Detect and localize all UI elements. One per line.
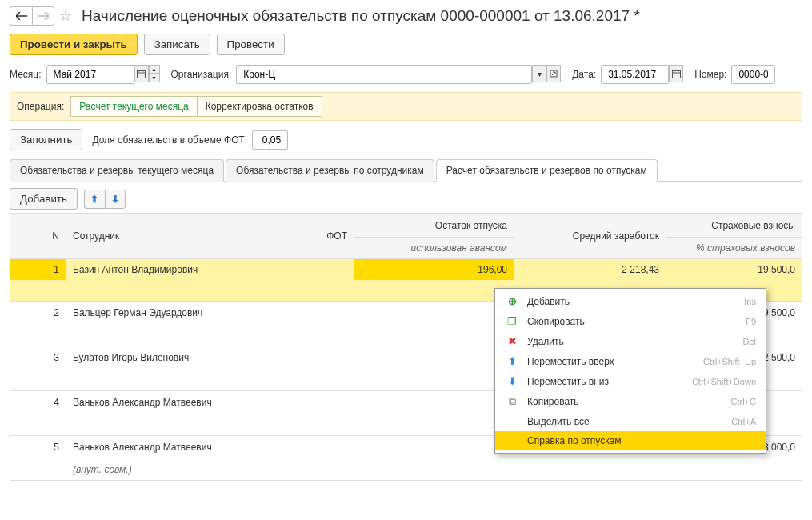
col-header-vacation-balance[interactable]: Остаток отпуска [354, 214, 514, 238]
number-input[interactable] [737, 68, 770, 81]
date-input[interactable] [606, 68, 663, 81]
table-cell[interactable] [66, 370, 242, 390]
number-field[interactable] [731, 65, 775, 84]
table-cell[interactable]: 2 218,43 [514, 259, 666, 281]
context-menu-item[interactable]: ⊕ДобавитьIns [495, 291, 766, 311]
operation-current-month[interactable]: Расчет текущего месяца [70, 96, 196, 117]
table-cell[interactable] [242, 435, 354, 459]
context-menu-item[interactable]: ❐СкопироватьF9 [495, 311, 766, 331]
table-cell[interactable] [242, 301, 354, 325]
context-menu-shortcut: Ctrl+Shift+Down [692, 377, 756, 386]
col-header-insurance[interactable]: Страховые взносы [666, 214, 802, 238]
table-cell[interactable]: Ваньков Александр Матвеевич [66, 390, 242, 414]
table-cell[interactable] [242, 346, 354, 370]
table-cell[interactable] [242, 370, 354, 390]
table-cell[interactable] [242, 459, 354, 481]
month-down-button[interactable]: ▼ [149, 74, 160, 82]
table-cell[interactable]: Бальцер Герман Эдуардович [66, 301, 242, 325]
table-cell[interactable] [354, 459, 514, 481]
table-cell[interactable]: 1 [354, 301, 514, 325]
table-cell[interactable] [10, 370, 66, 390]
number-label: Номер: [694, 69, 726, 80]
context-menu-item[interactable]: Выделить всеCtrl+A [495, 412, 766, 431]
table-cell[interactable] [66, 280, 242, 301]
table-cell[interactable] [242, 280, 354, 301]
table-cell[interactable] [354, 280, 514, 301]
context-menu-shortcut: F9 [746, 317, 756, 326]
table-cell[interactable] [354, 346, 514, 370]
table-cell[interactable] [242, 414, 354, 435]
tab-vacation-calc[interactable]: Расчет обязательств и резервов по отпуск… [436, 159, 658, 182]
org-dropdown-button[interactable]: ▾ [532, 65, 546, 82]
table-cell[interactable]: 3 [10, 346, 66, 370]
table-subrow[interactable]: (внут. совм.) [10, 459, 802, 481]
org-field[interactable] [236, 65, 532, 84]
post-and-close-button[interactable]: Провести и закрыть [10, 34, 138, 55]
table-cell[interactable]: 5 [10, 435, 66, 459]
table-cell[interactable] [66, 414, 242, 435]
table-cell[interactable] [354, 435, 514, 459]
col-header-employee[interactable]: Сотрудник [66, 214, 242, 259]
context-menu-item[interactable]: ⬇Переместить внизCtrl+Shift+Down [495, 371, 766, 391]
date-label: Дата: [572, 69, 596, 80]
table-cell[interactable] [242, 390, 354, 414]
month-up-button[interactable]: ▲ [149, 65, 160, 74]
tab-current-month[interactable]: Обязательства и резервы текущего месяца [10, 159, 224, 182]
context-menu-item[interactable]: ⬆Переместить вверхCtrl+Shift+Up [495, 351, 766, 371]
nav-back-button[interactable] [10, 6, 32, 26]
table-cell[interactable] [66, 325, 242, 346]
share-field[interactable] [252, 130, 288, 150]
nav-forward-button[interactable] [32, 6, 54, 26]
context-menu-shortcut: Ctrl+Shift+Up [703, 357, 756, 366]
col-header-fot[interactable]: ФОТ [242, 214, 354, 259]
table-cell[interactable]: Базин Антон Владимирович [66, 259, 242, 281]
table-cell[interactable]: 19 500,0 [666, 259, 802, 281]
context-menu-item[interactable]: ✖УдалитьDel [495, 331, 766, 351]
post-button[interactable]: Провести [217, 34, 285, 55]
table-cell[interactable]: 196,00 [354, 259, 514, 281]
move-up-button[interactable]: ⬆ [84, 190, 105, 209]
col-header-n[interactable]: N [10, 214, 66, 259]
table-cell[interactable] [10, 280, 66, 301]
context-menu-item[interactable]: Справка по отпускам [495, 431, 766, 450]
date-calendar-button[interactable] [669, 65, 683, 82]
add-row-button[interactable]: Добавить [10, 188, 78, 210]
share-input[interactable] [258, 134, 282, 146]
table-cell[interactable] [10, 459, 66, 481]
table-cell[interactable] [242, 325, 354, 346]
col-header-avg-salary[interactable]: Средний заработок [514, 214, 666, 259]
table-cell[interactable]: 2 [10, 301, 66, 325]
month-field[interactable] [46, 65, 134, 84]
table-cell[interactable] [10, 414, 66, 435]
table-cell[interactable] [242, 259, 354, 281]
table-cell[interactable] [10, 325, 66, 346]
table-cell[interactable]: Ваньков Александр Матвеевич [66, 435, 242, 459]
copy-icon: ❐ [505, 315, 519, 327]
table-cell[interactable] [354, 390, 514, 414]
date-field[interactable] [601, 65, 669, 84]
operation-correct-balances[interactable]: Корректировка остатков [197, 96, 322, 117]
table-row[interactable]: 1Базин Антон Владимирович196,002 218,431… [10, 259, 802, 281]
move-down-button[interactable]: ⬇ [105, 190, 126, 209]
fill-button[interactable]: Заполнить [10, 129, 82, 150]
favorite-star-icon[interactable]: ☆ [59, 7, 72, 25]
table-cell[interactable] [354, 325, 514, 346]
table-cell[interactable] [354, 414, 514, 435]
month-calendar-button[interactable] [134, 65, 149, 82]
table-cell[interactable]: 4 [10, 390, 66, 414]
tab-by-employees[interactable]: Обязательства и резервы по сотрудникам [226, 159, 434, 182]
table-cell[interactable]: Булатов Игорь Виленович [66, 346, 242, 370]
table-cell[interactable]: (внут. совм.) [66, 459, 242, 481]
svg-rect-0 [138, 70, 146, 78]
month-input[interactable] [52, 68, 129, 81]
table-cell[interactable]: 1 [10, 259, 66, 281]
context-menu-label: Скопировать [527, 316, 738, 327]
org-input[interactable] [242, 68, 526, 81]
table-cell[interactable] [666, 459, 802, 481]
table-cell[interactable] [354, 370, 514, 390]
table-cell[interactable] [514, 459, 666, 481]
context-menu-item[interactable]: ⧉КопироватьCtrl+C [495, 391, 766, 412]
context-menu: ⊕ДобавитьIns❐СкопироватьF9✖УдалитьDel⬆Пе… [494, 288, 766, 454]
save-button[interactable]: Записать [144, 34, 210, 55]
org-open-button[interactable] [546, 65, 561, 82]
